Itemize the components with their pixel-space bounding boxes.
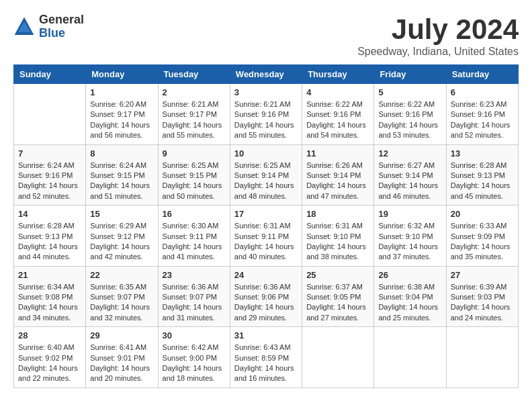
cell-content: Sunrise: 6:39 AMSunset: 9:03 PMDaylight:… <box>451 282 514 324</box>
cell-content: Sunrise: 6:26 AMSunset: 9:14 PMDaylight:… <box>306 161 369 202</box>
cell-date: 30 <box>163 330 226 340</box>
calendar-cell: 16Sunrise: 6:30 AMSunset: 9:11 PMDayligh… <box>158 205 230 267</box>
cell-date: 16 <box>163 209 226 219</box>
header-thursday: Thursday <box>302 65 374 84</box>
cell-date: 5 <box>378 87 441 97</box>
cell-date: 25 <box>306 270 369 280</box>
calendar-cell <box>14 84 86 145</box>
header-saturday: Saturday <box>446 65 518 84</box>
title-section: July 2024 Speedway, Indiana, United Stat… <box>357 13 519 58</box>
cell-content: Sunrise: 6:43 AMSunset: 8:59 PMDaylight:… <box>234 342 298 384</box>
cell-content: Sunrise: 6:31 AMSunset: 9:10 PMDaylight:… <box>306 221 369 263</box>
calendar-cell: 15Sunrise: 6:29 AMSunset: 9:12 PMDayligh… <box>86 205 158 267</box>
cell-content: Sunrise: 6:37 AMSunset: 9:05 PMDaylight:… <box>306 282 369 324</box>
calendar-cell: 17Sunrise: 6:31 AMSunset: 9:11 PMDayligh… <box>230 205 302 267</box>
cell-date: 22 <box>90 270 153 280</box>
cell-date: 29 <box>90 330 153 340</box>
cell-content: Sunrise: 6:20 AMSunset: 9:17 PMDaylight:… <box>90 99 153 141</box>
cell-content: Sunrise: 6:27 AMSunset: 9:14 PMDaylight:… <box>378 161 441 202</box>
cell-date: 4 <box>306 87 369 97</box>
cell-date: 1 <box>90 87 153 97</box>
cell-content: Sunrise: 6:33 AMSunset: 9:09 PMDaylight:… <box>451 221 514 263</box>
header-row: SundayMondayTuesdayWednesdayThursdayFrid… <box>14 65 519 84</box>
header-monday: Monday <box>86 65 158 84</box>
cell-date: 27 <box>451 270 514 280</box>
calendar-cell: 26Sunrise: 6:38 AMSunset: 9:04 PMDayligh… <box>374 266 446 327</box>
cell-content: Sunrise: 6:31 AMSunset: 9:11 PMDaylight:… <box>234 221 298 263</box>
cell-content: Sunrise: 6:42 AMSunset: 9:00 PMDaylight:… <box>163 342 226 384</box>
cell-content: Sunrise: 6:25 AMSunset: 9:14 PMDaylight:… <box>234 161 298 202</box>
calendar-cell: 2Sunrise: 6:21 AMSunset: 9:17 PMDaylight… <box>158 84 230 145</box>
calendar-cell: 6Sunrise: 6:23 AMSunset: 9:16 PMDaylight… <box>446 84 518 145</box>
calendar-cell: 30Sunrise: 6:42 AMSunset: 9:00 PMDayligh… <box>158 327 230 388</box>
calendar-cell: 24Sunrise: 6:36 AMSunset: 9:06 PMDayligh… <box>230 266 302 327</box>
cell-content: Sunrise: 6:23 AMSunset: 9:16 PMDaylight:… <box>451 99 514 141</box>
cell-content: Sunrise: 6:36 AMSunset: 9:06 PMDaylight:… <box>234 282 298 324</box>
cell-date: 14 <box>18 209 81 219</box>
cell-content: Sunrise: 6:29 AMSunset: 9:12 PMDaylight:… <box>90 221 153 263</box>
week-row-1: 1Sunrise: 6:20 AMSunset: 9:17 PMDaylight… <box>14 84 519 145</box>
cell-content: Sunrise: 6:32 AMSunset: 9:10 PMDaylight:… <box>378 221 441 263</box>
cell-content: Sunrise: 6:34 AMSunset: 9:08 PMDaylight:… <box>18 282 81 324</box>
week-row-4: 21Sunrise: 6:34 AMSunset: 9:08 PMDayligh… <box>14 266 519 327</box>
cell-content: Sunrise: 6:30 AMSunset: 9:11 PMDaylight:… <box>163 221 226 263</box>
calendar-cell: 27Sunrise: 6:39 AMSunset: 9:03 PMDayligh… <box>446 266 518 327</box>
calendar-cell: 29Sunrise: 6:41 AMSunset: 9:01 PMDayligh… <box>86 327 158 388</box>
cell-content: Sunrise: 6:28 AMSunset: 9:13 PMDaylight:… <box>451 161 514 202</box>
calendar-cell: 4Sunrise: 6:22 AMSunset: 9:16 PMDaylight… <box>302 84 374 145</box>
calendar-cell: 19Sunrise: 6:32 AMSunset: 9:10 PMDayligh… <box>374 205 446 267</box>
cell-date: 7 <box>18 148 81 158</box>
logo-text: General Blue <box>39 13 84 40</box>
cell-date: 15 <box>90 209 153 219</box>
cell-date: 24 <box>234 270 298 280</box>
cell-content: Sunrise: 6:35 AMSunset: 9:07 PMDaylight:… <box>90 282 153 324</box>
header-friday: Friday <box>374 65 446 84</box>
header-tuesday: Tuesday <box>158 65 230 84</box>
cell-content: Sunrise: 6:24 AMSunset: 9:16 PMDaylight:… <box>18 161 81 202</box>
calendar-cell <box>446 327 518 388</box>
cell-date: 17 <box>234 209 298 219</box>
main-title: July 2024 <box>357 13 519 46</box>
cell-content: Sunrise: 6:24 AMSunset: 9:15 PMDaylight:… <box>90 161 153 202</box>
cell-date: 6 <box>451 87 514 97</box>
calendar-cell: 22Sunrise: 6:35 AMSunset: 9:07 PMDayligh… <box>86 266 158 327</box>
calendar-cell: 14Sunrise: 6:28 AMSunset: 9:13 PMDayligh… <box>14 205 86 267</box>
cell-date: 3 <box>234 87 298 97</box>
cell-date: 18 <box>306 209 369 219</box>
calendar-cell: 5Sunrise: 6:22 AMSunset: 9:16 PMDaylight… <box>374 84 446 145</box>
calendar-cell: 13Sunrise: 6:28 AMSunset: 9:13 PMDayligh… <box>446 144 518 205</box>
cell-content: Sunrise: 6:21 AMSunset: 9:16 PMDaylight:… <box>234 99 298 141</box>
cell-date: 12 <box>378 148 441 158</box>
calendar: SundayMondayTuesdayWednesdayThursdayFrid… <box>13 64 519 388</box>
header-wednesday: Wednesday <box>230 65 302 84</box>
calendar-cell: 7Sunrise: 6:24 AMSunset: 9:16 PMDaylight… <box>14 144 86 205</box>
week-row-5: 28Sunrise: 6:40 AMSunset: 9:02 PMDayligh… <box>14 327 519 388</box>
week-row-2: 7Sunrise: 6:24 AMSunset: 9:16 PMDaylight… <box>14 144 519 205</box>
cell-date: 26 <box>378 270 441 280</box>
cell-date: 13 <box>451 148 514 158</box>
header-sunday: Sunday <box>14 65 86 84</box>
calendar-cell: 18Sunrise: 6:31 AMSunset: 9:10 PMDayligh… <box>302 205 374 267</box>
cell-content: Sunrise: 6:36 AMSunset: 9:07 PMDaylight:… <box>163 282 226 324</box>
calendar-cell: 28Sunrise: 6:40 AMSunset: 9:02 PMDayligh… <box>14 327 86 388</box>
calendar-cell: 12Sunrise: 6:27 AMSunset: 9:14 PMDayligh… <box>374 144 446 205</box>
calendar-cell: 31Sunrise: 6:43 AMSunset: 8:59 PMDayligh… <box>230 327 302 388</box>
cell-date: 21 <box>18 270 81 280</box>
cell-date: 8 <box>90 148 153 158</box>
logo-general-text: General <box>39 13 84 27</box>
calendar-cell: 10Sunrise: 6:25 AMSunset: 9:14 PMDayligh… <box>230 144 302 205</box>
calendar-cell <box>302 327 374 388</box>
calendar-cell: 20Sunrise: 6:33 AMSunset: 9:09 PMDayligh… <box>446 205 518 267</box>
cell-date: 10 <box>234 148 298 158</box>
cell-content: Sunrise: 6:41 AMSunset: 9:01 PMDaylight:… <box>90 342 153 384</box>
logo-blue-text: Blue <box>39 27 84 40</box>
logo: General Blue <box>13 13 84 40</box>
cell-date: 2 <box>163 87 226 97</box>
calendar-cell: 23Sunrise: 6:36 AMSunset: 9:07 PMDayligh… <box>158 266 230 327</box>
calendar-cell: 3Sunrise: 6:21 AMSunset: 9:16 PMDaylight… <box>230 84 302 145</box>
cell-date: 20 <box>451 209 514 219</box>
cell-content: Sunrise: 6:38 AMSunset: 9:04 PMDaylight:… <box>378 282 441 324</box>
cell-date: 19 <box>378 209 441 219</box>
cell-content: Sunrise: 6:22 AMSunset: 9:16 PMDaylight:… <box>378 99 441 141</box>
cell-date: 9 <box>163 148 226 158</box>
